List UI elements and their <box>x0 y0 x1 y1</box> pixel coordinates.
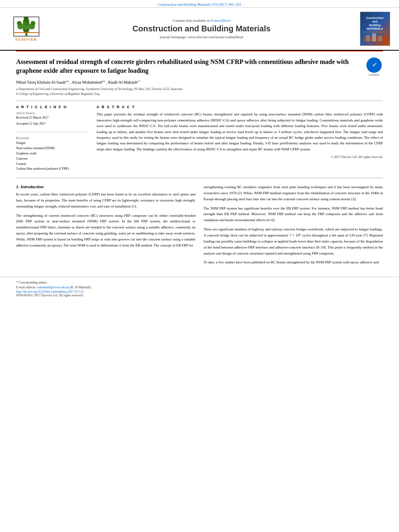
author3-sup: a,* <box>137 80 140 83</box>
page: Construction and Building Materials 153 … <box>0 0 399 532</box>
keyword-item: Concrete <box>16 156 88 162</box>
journal-main-title: Construction and Building Materials <box>48 24 355 33</box>
intro-title: 1. Introduction <box>16 184 195 189</box>
svg-rect-14 <box>378 36 382 41</box>
body-paragraph: To date, a few studies have been publish… <box>204 259 383 265</box>
keyword-item: Near-surface mounted (NSM) <box>16 146 88 151</box>
keyword-item: Cement <box>16 162 88 167</box>
crossmark-icon: ✓ <box>366 58 382 73</box>
journal-cover: ConstructionandBuildingMATERIALS <box>359 12 391 46</box>
svg-rect-13 <box>372 33 376 41</box>
intro-right-col: strengthening existing RC members origin… <box>204 184 383 269</box>
keywords-block: Keywords: FatigueNear-surface mounted (N… <box>16 136 88 172</box>
crossmark-label: CrossMark <box>368 74 379 76</box>
email-link[interactable]: ralmahaidi@swin.edu.au <box>37 286 69 289</box>
abstract-text: This paper presents the residual strengt… <box>97 111 383 152</box>
cover-title: ConstructionandBuildingMATERIALS <box>366 16 384 31</box>
journal-header: ELSEVIER Contents lists available at Sci… <box>0 8 399 51</box>
email-note: E-mail address: ralmahaidi@swin.edu.au (… <box>16 285 383 290</box>
author3: , Riadh Al-Mahaidi <box>106 80 138 84</box>
body-paragraph: The strengthening of current reinforced … <box>16 213 195 249</box>
abstract-col: A B S T R A C T This paper presents the … <box>97 105 383 172</box>
page-footer: * Corresponding author. E-mail address: … <box>0 277 399 300</box>
cover-graphic-icon <box>364 33 386 41</box>
thin-divider-2 <box>16 178 383 178</box>
article-section: Assessment of residual strength of concr… <box>0 51 399 97</box>
history-label: Article history: <box>16 111 88 115</box>
svg-point-8 <box>31 21 35 26</box>
article-info-abstract: A R T I C L E I N F O Article history: R… <box>0 101 399 176</box>
body-paragraph: There are significant numbers of highway… <box>204 226 383 256</box>
accepted-date: Accepted 12 July 2017 <box>16 122 88 125</box>
journal-title-center: Contents lists available at ScienceDirec… <box>48 18 355 39</box>
crossmark-badge: ✓ CrossMark <box>365 58 383 76</box>
journal-citation: Construction and Building Materials 153 … <box>158 2 241 6</box>
keyword-item: Fatigue <box>16 141 88 146</box>
affil-a: a Department of Civil and Construction E… <box>16 87 383 92</box>
sciencedirect-link[interactable]: ScienceDirect <box>210 18 230 23</box>
article-info-col: A R T I C L E I N F O Article history: R… <box>16 105 88 172</box>
affiliations: a Department of Civil and Construction E… <box>16 87 383 97</box>
article-title: Assessment of residual strength of concr… <box>16 58 361 76</box>
keyword-item: Carbon fibre reinforced polymer (CFRP) <box>16 166 88 172</box>
doi-link[interactable]: http://dx.doi.org/10.1016/j.conbuildmat.… <box>16 290 383 294</box>
right-paragraphs: strengthening existing RC members origin… <box>204 184 383 265</box>
author2-sup: a,b <box>102 80 105 83</box>
cover-box: ConstructionandBuildingMATERIALS <box>360 12 390 46</box>
elsevier-tree-icon <box>13 16 39 37</box>
elsevier-label: ELSEVIER <box>15 37 37 41</box>
journal-homepage: journal homepage: www.elsevier.com/locat… <box>48 35 355 39</box>
corresponding-note: * Corresponding author. <box>16 280 383 285</box>
main-content: 1. Introduction In recent years, carbon … <box>0 180 399 273</box>
svg-point-6 <box>17 21 22 26</box>
author1-sup: a,b <box>66 80 69 83</box>
elsevier-logo: ELSEVIER <box>8 16 44 41</box>
article-title-row: Assessment of residual strength of concr… <box>16 58 383 76</box>
body-paragraph: In recent years, carbon fibre reinforced… <box>16 191 195 210</box>
body-paragraph: The NSM FRP system has significant benef… <box>204 205 383 224</box>
issn-text: 0950-0618/© 2017 Elsevier Ltd. All right… <box>16 294 383 297</box>
intro-left-col: 1. Introduction In recent years, carbon … <box>16 184 195 269</box>
author1: Nihad Tareq Khshain Al-Saadi <box>16 80 66 84</box>
contents-line: Contents lists available at ScienceDirec… <box>48 18 355 23</box>
intro-paragraphs: In recent years, carbon fibre reinforced… <box>16 191 195 249</box>
body-paragraph: strengthening existing RC members origin… <box>204 184 383 202</box>
journal-bar: Construction and Building Materials 153 … <box>0 0 399 8</box>
received-date: Received 21 March 2017 <box>16 116 88 119</box>
affil-b: b College of Engineering, University of … <box>16 92 383 97</box>
article-history-block: Article history: Received 21 March 2017 … <box>16 111 88 132</box>
copyright: © 2017 Elsevier Ltd. All rights reserved… <box>97 155 383 159</box>
author2: , Alyaa Mohammed <box>70 80 102 84</box>
authors-line: Nihad Tareq Khshain Al-Saadia,b , Alyaa … <box>16 80 383 84</box>
keywords-label: Keywords: <box>16 136 88 140</box>
article-info-heading: A R T I C L E I N F O <box>16 105 88 109</box>
keyword-item: Graphene oxide <box>16 151 88 156</box>
keywords-list: FatigueNear-surface mounted (NSM)Graphen… <box>16 141 88 172</box>
abstract-heading: A B S T R A C T <box>97 105 383 109</box>
svg-rect-12 <box>366 35 370 41</box>
